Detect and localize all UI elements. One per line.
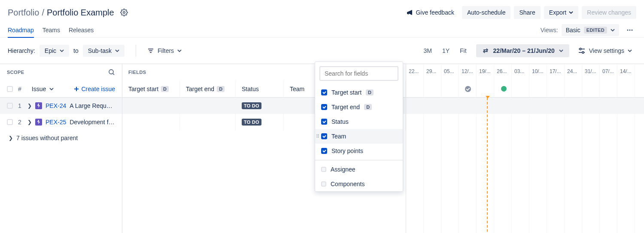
tab-roadmap[interactable]: Roadmap	[8, 23, 34, 38]
week-header: 26...	[494, 64, 512, 80]
hierarchy-bottom-value: Sub-task	[88, 47, 112, 54]
view-selector[interactable]: Basic EDITED	[562, 24, 619, 36]
milestone-marker[interactable]	[501, 86, 507, 92]
cell-status[interactable]: TO DO	[236, 114, 284, 130]
zoom-3m[interactable]: 3M	[418, 44, 437, 57]
timeline-row[interactable]	[406, 98, 644, 114]
cell-target-start[interactable]	[122, 114, 180, 130]
timeline-row[interactable]	[406, 147, 644, 163]
field-option-team[interactable]: ⠿ Team	[315, 129, 403, 144]
sliders-icon	[578, 47, 586, 55]
status-badge: TO DO	[242, 102, 261, 109]
field-option-assignee[interactable]: Assignee	[315, 162, 403, 177]
chevron-down-icon	[60, 49, 64, 53]
d-badge: D	[161, 86, 169, 92]
view-name: Basic	[566, 27, 580, 34]
timeline-row[interactable]	[406, 196, 644, 212]
field-option-story-points[interactable]: Story points	[315, 144, 403, 158]
chevron-down-icon	[115, 49, 119, 53]
date-range-picker[interactable]: 22/Mar/20 – 21/Jun/20	[476, 44, 569, 57]
tab-releases[interactable]: Releases	[69, 23, 94, 37]
timeline-row[interactable]	[406, 228, 644, 233]
export-button[interactable]: Export	[544, 6, 578, 19]
zoom-fit[interactable]: Fit	[455, 44, 472, 57]
select-all-checkbox[interactable]	[7, 86, 13, 92]
checkbox-icon	[321, 181, 326, 187]
date-range-label: 22/Mar/20 – 21/Jun/20	[493, 47, 555, 54]
chevron-down-icon	[49, 87, 54, 91]
drag-handle-icon[interactable]: ⠿	[316, 135, 319, 138]
cell-target-end[interactable]	[180, 98, 236, 114]
week-header: 22...	[406, 64, 424, 80]
search-icon[interactable]	[108, 69, 115, 76]
expand-toggle[interactable]: ❯	[27, 119, 32, 125]
column-header-status[interactable]: Status	[236, 80, 284, 97]
column-header-target-end[interactable]: Target end D	[180, 80, 236, 97]
field-option-label: Assignee	[331, 166, 355, 173]
checkbox-icon	[321, 104, 327, 110]
field-option-components[interactable]: Components	[315, 177, 403, 191]
issue-key-link[interactable]: PEX-25	[46, 119, 66, 126]
expand-toggle[interactable]: ❯	[27, 103, 32, 109]
checkbox-icon	[321, 167, 326, 172]
hierarchy-top-select[interactable]: Epic	[39, 45, 69, 57]
tab-teams[interactable]: Teams	[43, 23, 60, 37]
fields-header-label: FIELDS	[128, 70, 146, 75]
svg-point-2	[629, 30, 631, 31]
hierarchy-bottom-select[interactable]: Sub-task	[83, 45, 125, 57]
fields-search-input[interactable]	[319, 66, 398, 81]
scope-row[interactable]: 1 ❯ PEX-24 A Large Request...	[0, 98, 122, 114]
export-label: Export	[549, 9, 566, 16]
column-label: Target start	[128, 86, 158, 92]
field-option-label: Target end	[331, 104, 360, 110]
column-header-target-start[interactable]: Target start D	[122, 80, 180, 97]
gear-icon[interactable]	[120, 9, 128, 16]
field-option-target-start[interactable]: Target start D	[315, 85, 403, 100]
breadcrumb-root[interactable]: Portfolio	[8, 8, 39, 18]
issue-key-link[interactable]: PEX-24	[46, 102, 66, 109]
issues-without-parent-toggle[interactable]: ❯ 7 issues without parent	[0, 130, 122, 146]
create-issue-label: Create issue	[81, 86, 115, 92]
timeline-row[interactable]	[406, 130, 644, 147]
column-label: Team	[290, 86, 304, 92]
milestone-done-marker[interactable]	[465, 86, 471, 92]
field-option-label: Team	[331, 133, 346, 140]
issue-summary: Development for...	[70, 119, 115, 126]
expand-toggle[interactable]: ❯	[9, 135, 13, 141]
zoom-1y[interactable]: 1Y	[437, 44, 455, 57]
week-header: 05...	[441, 64, 459, 80]
views-label: Views:	[541, 27, 558, 34]
timeline-row[interactable]	[406, 212, 644, 228]
plus-icon	[73, 86, 79, 92]
share-button[interactable]: Share	[514, 6, 540, 19]
review-changes-button: Review changes	[582, 6, 636, 19]
timeline-row[interactable]	[406, 163, 644, 179]
cell-target-start[interactable]	[122, 98, 180, 114]
issue-sort-header[interactable]: Issue	[32, 86, 54, 92]
filters-button[interactable]: Filters	[143, 45, 186, 57]
hierarchy-label: Hierarchy:	[8, 47, 35, 54]
give-feedback-button[interactable]: Give feedback	[402, 6, 459, 18]
row-checkbox[interactable]	[7, 119, 13, 125]
view-settings-button[interactable]: View settings	[574, 44, 636, 58]
hierarchy-to-label: to	[73, 47, 79, 54]
timeline-row[interactable]	[406, 114, 644, 130]
checkbox-icon	[321, 119, 327, 125]
scope-row[interactable]: 2 ❯ PEX-25 Development for...	[0, 114, 122, 130]
auto-schedule-button[interactable]: Auto-schedule	[462, 6, 511, 19]
timeline-row[interactable]	[406, 179, 644, 196]
cell-status[interactable]: TO DO	[236, 98, 284, 114]
column-label: Target end	[186, 86, 214, 92]
svg-line-12	[113, 74, 114, 75]
breadcrumb-separator: /	[42, 8, 44, 18]
field-option-target-end[interactable]: Target end D	[315, 100, 403, 114]
svg-point-10	[582, 52, 584, 53]
svg-point-0	[123, 12, 125, 14]
svg-point-1	[627, 30, 629, 31]
cell-target-end[interactable]	[180, 114, 236, 130]
row-checkbox[interactable]	[7, 103, 13, 109]
more-menu-icon[interactable]	[623, 24, 636, 37]
create-issue-button[interactable]: Create issue	[73, 86, 115, 92]
fields-popover: Target start D Target end D Status ⠿ Tea…	[315, 61, 403, 192]
field-option-status[interactable]: Status	[315, 114, 403, 129]
